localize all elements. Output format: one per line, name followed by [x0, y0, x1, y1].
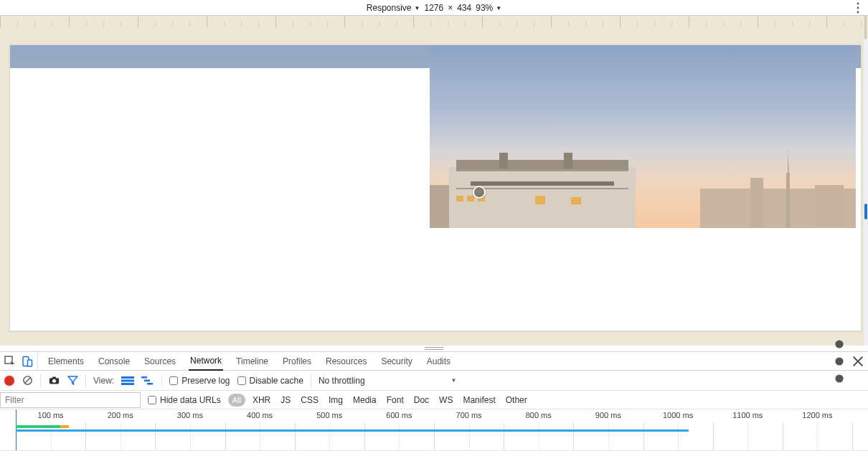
disable-cache-input[interactable] [237, 376, 246, 385]
filter-toggle-icon[interactable] [67, 375, 78, 386]
horizontal-ruler[interactable] [0, 16, 868, 27]
svg-rect-8 [815, 185, 844, 228]
timeline-tick-label: 1200 ms [802, 411, 832, 419]
preserve-log-label: Preserve log [181, 376, 230, 386]
timeline-segment-yellow [60, 425, 69, 428]
svg-rect-31 [52, 377, 56, 379]
device-preset-label: Responsive [367, 3, 412, 13]
timeline-segment-blue [16, 429, 689, 432]
view-large-icon[interactable] [121, 376, 134, 386]
tab-resources[interactable]: Resources [324, 352, 368, 371]
tab-profiles[interactable]: Profiles [281, 352, 313, 371]
record-button[interactable] [4, 376, 14, 386]
svg-rect-5 [750, 178, 763, 228]
filter-all-pill[interactable]: All [228, 394, 245, 407]
tab-sources[interactable]: Sources [143, 352, 177, 371]
rail-marker [864, 204, 867, 219]
svg-point-32 [52, 379, 56, 383]
viewport-height[interactable]: 434 [457, 3, 471, 13]
filter-type-xhr[interactable]: XHR [253, 395, 270, 405]
svg-point-0 [857, 3, 859, 5]
inspect-element-icon[interactable] [4, 356, 16, 367]
svg-point-2 [857, 11, 859, 14]
view-label: View: [93, 376, 114, 386]
timeline-segment-green [16, 425, 60, 428]
tab-network[interactable]: Network [189, 352, 223, 371]
svg-rect-34 [121, 379, 134, 381]
svg-rect-35 [121, 383, 134, 385]
preserve-log-input[interactable] [169, 376, 178, 385]
svg-rect-11 [456, 160, 628, 170]
zoom-dropdown[interactable]: 93% ▼ [476, 3, 501, 13]
kebab-icon [854, 2, 862, 14]
filter-type-doc[interactable]: Doc [414, 395, 429, 405]
grip-icon [425, 347, 443, 350]
device-options-menu[interactable] [854, 0, 862, 16]
page-preview-frame[interactable] [9, 44, 862, 331]
timeline-tick-label: 700 ms [456, 411, 482, 419]
svg-point-27 [835, 374, 843, 382]
svg-rect-12 [499, 153, 508, 168]
svg-rect-6 [786, 173, 790, 228]
disable-cache-checkbox[interactable]: Disable cache [237, 376, 303, 386]
svg-rect-13 [564, 153, 572, 168]
throttling-value: No throttling [319, 376, 365, 386]
hide-data-urls-input[interactable] [148, 396, 156, 404]
filter-input[interactable] [0, 392, 141, 408]
tab-security[interactable]: Security [379, 352, 413, 371]
tab-console[interactable]: Console [97, 352, 131, 371]
dimension-separator: × [448, 3, 453, 13]
device-toggle-icon[interactable] [22, 356, 33, 367]
timeline-tick-label: 400 ms [247, 411, 273, 419]
network-toolbar: View: Preserve log Disable cache No thro… [0, 371, 868, 391]
hero-image [430, 45, 856, 228]
filter-type-ws[interactable]: WS [439, 395, 453, 405]
device-stage [0, 16, 868, 346]
svg-rect-19 [571, 197, 581, 204]
filter-type-font[interactable]: Font [387, 395, 404, 405]
svg-rect-18 [535, 196, 545, 204]
filter-type-img[interactable]: Img [329, 395, 343, 405]
svg-point-26 [835, 357, 843, 365]
timeline-tick-label: 1000 ms [663, 411, 693, 419]
svg-line-29 [24, 378, 30, 384]
preserve-log-checkbox[interactable]: Preserve log [169, 376, 230, 386]
viewport-width[interactable]: 1276 [424, 3, 443, 13]
stage-right-rail [864, 39, 868, 346]
network-filter-bar: Hide data URLs All XHRJSCSSImgMediaFontD… [0, 391, 868, 409]
tab-audits[interactable]: Audits [425, 352, 452, 371]
hide-data-urls-checkbox[interactable]: Hide data URLs [148, 395, 221, 405]
screenshot-button[interactable] [48, 375, 60, 386]
device-mode-bar: Responsive ▼ 1276 × 434 93% ▼ [0, 0, 868, 16]
chevron-down-icon: ▼ [496, 5, 501, 11]
svg-rect-14 [471, 181, 614, 186]
view-waterfall-icon[interactable] [141, 376, 154, 386]
filter-type-manifest[interactable]: Manifest [463, 395, 495, 405]
svg-point-25 [835, 340, 843, 348]
panel-splitter[interactable] [0, 346, 868, 351]
timeline-tick-label: 100 ms [38, 411, 64, 419]
clear-button[interactable] [22, 375, 33, 386]
touch-cursor-indicator [473, 186, 486, 199]
tab-elements[interactable]: Elements [47, 352, 85, 371]
timeline-tick-label: 800 ms [526, 411, 552, 419]
timeline-tick-label: 300 ms [177, 411, 203, 419]
filter-type-media[interactable]: Media [353, 395, 377, 405]
svg-rect-16 [467, 196, 474, 201]
chevron-down-icon: ▼ [415, 5, 420, 11]
disable-cache-label: Disable cache [250, 376, 303, 386]
devtools-panel: ElementsConsoleSourcesNetworkTimelinePro… [0, 351, 868, 451]
devtools-menu-icon[interactable] [834, 356, 845, 367]
svg-rect-37 [144, 379, 150, 381]
filter-type-js[interactable]: JS [280, 395, 291, 405]
filter-type-other[interactable]: Other [506, 395, 527, 405]
chevron-down-icon: ▼ [451, 377, 457, 384]
network-timeline[interactable]: 100 ms200 ms300 ms400 ms500 ms600 ms700 … [0, 409, 868, 451]
svg-rect-15 [456, 196, 463, 201]
filter-type-css[interactable]: CSS [301, 395, 319, 405]
svg-rect-36 [141, 376, 147, 379]
close-devtools-icon[interactable] [852, 356, 864, 367]
tab-timeline[interactable]: Timeline [235, 352, 270, 371]
throttling-dropdown[interactable]: No throttling ▼ [319, 376, 457, 386]
device-preset-dropdown[interactable]: Responsive ▼ [367, 3, 420, 13]
